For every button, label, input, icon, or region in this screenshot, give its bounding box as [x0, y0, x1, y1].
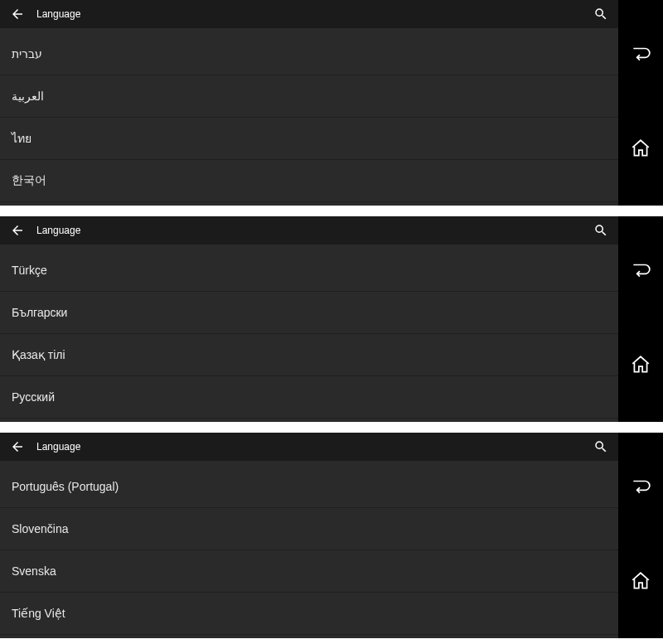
- search-icon[interactable]: [593, 223, 608, 238]
- header-bar: Language: [0, 0, 618, 28]
- nav-home-button[interactable]: [618, 544, 663, 622]
- language-list: עברית العربية ไทย 한국어: [0, 28, 618, 206]
- nav-back-icon: [630, 43, 651, 68]
- page-title: Language: [36, 441, 582, 453]
- nav-home-icon: [630, 354, 651, 379]
- nav-home-button[interactable]: [618, 327, 663, 406]
- main-area: Language עברית العربية ไทย 한국어: [0, 0, 618, 206]
- panel-2: Language Türkçe Български Қазақ тілі Рус…: [0, 216, 663, 422]
- language-item[interactable]: Svenska: [0, 550, 618, 593]
- nav-back-button[interactable]: [618, 17, 663, 95]
- nav-home-icon: [630, 138, 651, 162]
- back-arrow-icon[interactable]: [10, 7, 25, 22]
- system-navbar: [618, 433, 663, 638]
- language-label: Slovenčina: [12, 522, 69, 535]
- language-label: Português (Portugal): [12, 480, 119, 493]
- language-item[interactable]: Қазақ тілі: [0, 334, 618, 376]
- system-navbar: [618, 0, 663, 206]
- header-bar: Language: [0, 433, 618, 461]
- language-label: العربية: [12, 90, 44, 103]
- panel-3: Language Português (Portugal) Slovenčina…: [0, 433, 663, 638]
- language-label: Tiếng Việt: [12, 607, 65, 620]
- main-area: Language Português (Portugal) Slovenčina…: [0, 433, 618, 638]
- system-navbar: [618, 216, 663, 422]
- page-title: Language: [36, 225, 582, 236]
- page-title: Language: [36, 8, 582, 20]
- language-item[interactable]: Slovenčina: [0, 508, 618, 550]
- search-icon[interactable]: [593, 439, 608, 454]
- language-item[interactable]: Tiếng Việt: [0, 593, 618, 635]
- language-label: Русский: [12, 390, 55, 404]
- back-arrow-icon[interactable]: [10, 439, 25, 454]
- language-label: Türkçe: [12, 264, 47, 277]
- nav-home-icon: [630, 570, 651, 595]
- language-label: ไทย: [12, 129, 31, 148]
- language-item[interactable]: Русский: [0, 376, 618, 419]
- language-label: Български: [12, 306, 67, 319]
- nav-back-icon: [630, 476, 651, 501]
- language-item[interactable]: ไทย: [0, 118, 618, 160]
- nav-back-icon: [630, 259, 651, 284]
- nav-back-button[interactable]: [618, 233, 663, 312]
- main-area: Language Türkçe Български Қазақ тілі Рус…: [0, 216, 618, 422]
- language-item[interactable]: Български: [0, 292, 618, 334]
- header-bar: Language: [0, 216, 618, 245]
- language-item[interactable]: العربية: [0, 75, 618, 118]
- language-label: 한국어: [12, 173, 46, 188]
- panel-1: Language עברית العربية ไทย 한국어: [0, 0, 663, 206]
- nav-home-button[interactable]: [618, 111, 663, 190]
- language-list: Türkçe Български Қазақ тілі Русский: [0, 245, 618, 422]
- language-label: Svenska: [12, 564, 56, 578]
- language-item[interactable]: עברית: [0, 33, 618, 75]
- nav-back-button[interactable]: [618, 449, 663, 528]
- language-item[interactable]: 한국어: [0, 160, 618, 202]
- language-list: Português (Portugal) Slovenčina Svenska …: [0, 461, 618, 638]
- language-label: עברית: [12, 47, 42, 61]
- language-item[interactable]: Türkçe: [0, 249, 618, 292]
- language-item[interactable]: Português (Portugal): [0, 466, 618, 508]
- language-label: Қазақ тілі: [12, 348, 65, 361]
- back-arrow-icon[interactable]: [10, 223, 25, 238]
- search-icon[interactable]: [593, 7, 608, 22]
